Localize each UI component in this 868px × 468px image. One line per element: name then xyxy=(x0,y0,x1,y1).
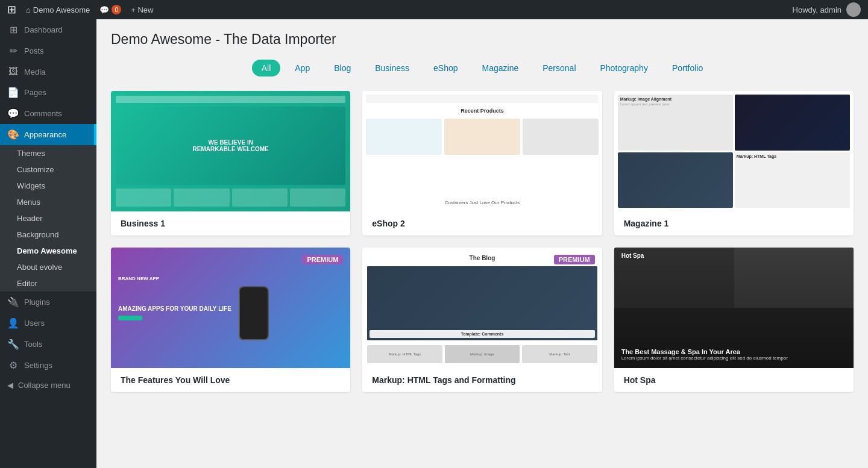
sidebar-item-users[interactable]: 👤 Users xyxy=(0,313,96,334)
sidebar-submenu-menus[interactable]: Menus xyxy=(0,194,96,210)
preview-icon-2 xyxy=(174,189,229,207)
howdy-text: Howdy, admin xyxy=(793,5,841,14)
theme-name-spa1: Hot Spa xyxy=(624,375,656,385)
admin-bar: ⊞ ⌂ Demo Awesome 💬 0 + New Howdy, admin xyxy=(0,0,868,19)
theme-name-magazine1: Magazine 1 xyxy=(624,219,669,228)
sidebar-item-dashboard[interactable]: ⊞ Dashboard xyxy=(0,19,96,40)
preview-eshop-nav xyxy=(366,95,598,103)
sidebar: ⊞ Dashboard ✏ Posts 🖼 Media 📄 Pages 💬 Co… xyxy=(0,19,96,468)
sidebar-submenu-appearance: Themes Customize Widgets Menus Header Ba… xyxy=(0,145,96,292)
sidebar-label-users: Users xyxy=(24,319,45,328)
theme-card-app1[interactable]: PREMIUM BRAND NEW APP AMAZING APPS FOR Y… xyxy=(111,248,350,392)
home-icon: ⌂ xyxy=(26,5,31,14)
theme-card-blog1[interactable]: PREMIUM The Blog Template: Comments Mark… xyxy=(362,248,602,392)
filter-tab-portfolio[interactable]: Portfolio xyxy=(662,60,712,76)
site-name-link[interactable]: ⌂ Demo Awesome xyxy=(26,5,90,14)
filter-tab-business[interactable]: Business xyxy=(365,60,419,76)
preview-product-2 xyxy=(444,119,520,155)
theme-preview-business1: WE BELIEVE INREMARKABLE WELCOME xyxy=(111,91,350,211)
preview-eshop-title: Recent Products xyxy=(366,105,598,116)
sidebar-item-appearance[interactable]: 🎨 Appearance xyxy=(0,124,96,145)
collapse-label: Collapse menu xyxy=(18,381,71,390)
wp-logo[interactable]: ⊞ xyxy=(7,3,16,16)
sidebar-label-tools: Tools xyxy=(24,340,42,349)
sidebar-submenu-background[interactable]: Background xyxy=(0,226,96,243)
sidebar-label-appearance: Appearance xyxy=(24,130,66,139)
media-icon: 🖼 xyxy=(7,66,19,77)
filter-tab-personal[interactable]: Personal xyxy=(533,60,585,76)
preview-icon-1 xyxy=(116,189,171,207)
collapse-menu-button[interactable]: ◀ Collapse menu xyxy=(0,376,96,395)
sidebar-label-plugins: Plugins xyxy=(24,298,50,307)
preview-app-headline: AMAZING APPS FOR YOUR DAILY LIFE xyxy=(118,305,231,312)
settings-icon: ⚙ xyxy=(7,360,19,371)
sidebar-submenu-widgets[interactable]: Widgets xyxy=(0,178,96,194)
admin-avatar[interactable] xyxy=(846,2,861,17)
preview-spa-body: Lorem ipsum dolor sit amet consectetur a… xyxy=(621,355,846,361)
preview-app-button xyxy=(118,316,142,320)
sidebar-submenu-header[interactable]: Header xyxy=(0,210,96,226)
preview-blog-thumb2: Markup: Image xyxy=(445,345,520,363)
theme-name-blog1: Markup: HTML Tags and Formatting xyxy=(372,375,515,385)
preview-icon-4 xyxy=(290,189,345,207)
comments-count-badge: 0 xyxy=(112,5,121,14)
admin-bar-right: Howdy, admin xyxy=(793,2,861,17)
sidebar-submenu-editor[interactable]: Editor xyxy=(0,275,96,292)
preview-eshop-tagline: Customers Just Love Our Products xyxy=(366,198,598,208)
sidebar-item-tools[interactable]: 🔧 Tools xyxy=(0,334,96,355)
sidebar-submenu-customize[interactable]: Customize xyxy=(0,161,96,178)
theme-info-eshop2: eShop 2 xyxy=(362,211,602,236)
sidebar-item-plugins[interactable]: 🔌 Plugins xyxy=(0,292,96,313)
sidebar-label-media: Media xyxy=(24,67,45,76)
theme-info-magazine1: Magazine 1 xyxy=(614,211,854,236)
sidebar-submenu-demo-awesome[interactable]: Demo Awesome xyxy=(0,243,96,259)
theme-card-magazine1[interactable]: Markup: Image Alignment Lorem ipsum text… xyxy=(614,91,854,236)
plugins-icon: 🔌 xyxy=(7,296,19,308)
collapse-icon: ◀ xyxy=(7,381,13,390)
preview-mag-text: Markup: Image Alignment Lorem ipsum text… xyxy=(618,95,733,151)
sidebar-submenu-themes[interactable]: Themes xyxy=(0,145,96,161)
theme-grid: WE BELIEVE INREMARKABLE WELCOME Business… xyxy=(111,91,854,392)
preview-products-grid xyxy=(366,119,598,195)
preview-blog-thumb1: Markup: HTML Tags xyxy=(367,345,442,363)
filter-tab-photography[interactable]: Photography xyxy=(591,60,658,76)
comments-icon: 💬 xyxy=(7,108,19,119)
filter-tab-magazine[interactable]: Magazine xyxy=(473,60,529,76)
preview-icons-row xyxy=(116,189,345,207)
filter-tab-blog[interactable]: Blog xyxy=(324,60,360,76)
preview-product-1 xyxy=(366,119,442,155)
theme-name-app1: The Features You Will Love xyxy=(121,375,230,385)
users-icon: 👤 xyxy=(7,317,19,329)
sidebar-item-posts[interactable]: ✏ Posts xyxy=(0,40,96,61)
theme-info-business1: Business 1 xyxy=(111,211,350,236)
page-title: Demo Awesome - The Data Importer xyxy=(111,31,854,48)
sidebar-item-pages[interactable]: 📄 Pages xyxy=(0,82,96,103)
filter-tabs: All App Blog Business eShop Magazine Per… xyxy=(111,60,854,76)
dashboard-icon: ⊞ xyxy=(7,24,19,36)
theme-preview-magazine1: Markup: Image Alignment Lorem ipsum text… xyxy=(614,91,854,211)
filter-tab-all[interactable]: All xyxy=(252,60,281,76)
preview-mag-tags: Markup: HTML Tags xyxy=(735,152,850,208)
new-content-button[interactable]: + New xyxy=(131,5,153,14)
theme-card-business1[interactable]: WE BELIEVE INREMARKABLE WELCOME Business… xyxy=(111,91,350,236)
filter-tab-eshop[interactable]: eShop xyxy=(424,60,467,76)
sidebar-label-settings: Settings xyxy=(24,361,52,370)
preview-blog-bg: Template: Comments xyxy=(367,266,597,340)
preview-app-content: AMAZING APPS FOR YOUR DAILY LIFE xyxy=(118,286,343,340)
theme-info-blog1: Markup: HTML Tags and Formatting xyxy=(362,368,602,392)
theme-card-eshop2[interactable]: Recent Products Customers Just Love Our … xyxy=(362,91,602,236)
main-content: Demo Awesome - The Data Importer All App… xyxy=(96,19,868,468)
sidebar-item-comments[interactable]: 💬 Comments xyxy=(0,103,96,124)
sidebar-item-settings[interactable]: ⚙ Settings xyxy=(0,355,96,376)
filter-tab-app[interactable]: App xyxy=(285,60,319,76)
preview-spa-headline: The Best Massage & Spa In Your Area xyxy=(621,348,846,355)
sidebar-submenu-about-evolve[interactable]: About evolve xyxy=(0,259,96,275)
comments-link[interactable]: 💬 0 xyxy=(99,5,121,14)
preview-mag-dark xyxy=(735,95,850,151)
sidebar-item-media[interactable]: 🖼 Media xyxy=(0,61,96,82)
sidebar-bottom-menu: 🔌 Plugins 👤 Users 🔧 Tools ⚙ Settings xyxy=(0,292,96,376)
preview-spa-header: Hot Spa xyxy=(621,252,644,259)
theme-preview-app1: PREMIUM BRAND NEW APP AMAZING APPS FOR Y… xyxy=(111,248,350,368)
sidebar-label-dashboard: Dashboard xyxy=(24,25,63,34)
theme-card-spa1[interactable]: PREMIUM Hot Spa The Best Massage & Spa I… xyxy=(614,248,854,392)
